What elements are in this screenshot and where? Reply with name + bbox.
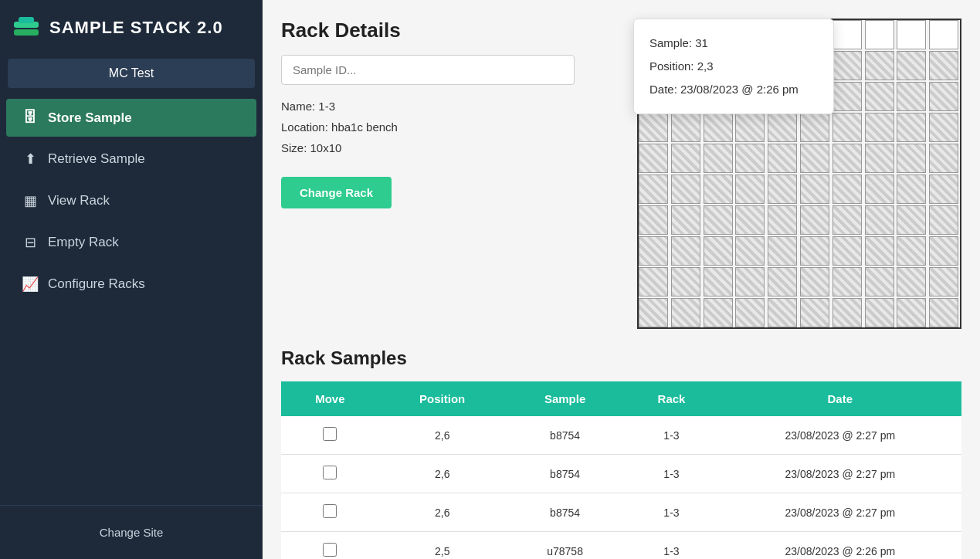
rack-cell[interactable]: [929, 174, 958, 204]
rack-cell[interactable]: [800, 205, 829, 235]
rack-cell[interactable]: [865, 205, 894, 235]
rack-cell[interactable]: [800, 174, 829, 204]
rack-cell[interactable]: [865, 82, 894, 111]
rack-cell[interactable]: [929, 113, 958, 142]
sidebar-item-retrieve-sample[interactable]: ⬆ Retrieve Sample: [6, 140, 256, 178]
sidebar-item-store-sample[interactable]: 🗄 Store Sample: [6, 99, 256, 137]
rack-cell[interactable]: [897, 174, 926, 204]
rack-cell[interactable]: [639, 113, 668, 142]
rack-cell[interactable]: [897, 20, 926, 49]
rack-cell[interactable]: [768, 267, 797, 296]
rack-cell[interactable]: [800, 236, 829, 266]
empty-rack-icon: ⊟: [22, 234, 39, 251]
rack-cell[interactable]: [897, 113, 926, 142]
rack-cell[interactable]: [671, 236, 700, 266]
rack-cell[interactable]: [929, 298, 958, 327]
rack-cell[interactable]: [671, 144, 700, 173]
rack-cell[interactable]: [704, 236, 733, 266]
rack-cell[interactable]: [929, 144, 958, 173]
rack-cell[interactable]: [832, 236, 862, 266]
rack-cell[interactable]: [865, 20, 894, 49]
rack-cell[interactable]: [897, 298, 926, 327]
rack-cell[interactable]: [768, 205, 797, 235]
rack-cell[interactable]: [929, 205, 958, 235]
rack-cell[interactable]: [704, 174, 733, 204]
rack-cell[interactable]: [735, 298, 765, 327]
rack-cell[interactable]: [639, 174, 668, 204]
rack-cell[interactable]: [865, 236, 894, 266]
rack-cell[interactable]: [897, 236, 926, 266]
rack-cell[interactable]: [639, 205, 668, 235]
rack-cell[interactable]: [671, 205, 700, 235]
sample-cell-0: b8754: [506, 416, 625, 455]
rack-cell[interactable]: [768, 144, 797, 173]
rack-cell[interactable]: [639, 267, 668, 296]
rack-cell[interactable]: [671, 174, 700, 204]
top-section: Rack Details Name: 1-3 Location: hba1c b…: [281, 19, 961, 329]
move-checkbox-0[interactable]: [323, 427, 337, 441]
rack-cell[interactable]: [704, 144, 733, 173]
sidebar-item-empty-rack[interactable]: ⊟ Empty Rack: [6, 223, 256, 262]
rack-cell[interactable]: [832, 20, 862, 49]
rack-cell[interactable]: [671, 298, 700, 327]
rack-cell[interactable]: [704, 267, 733, 296]
rack-cell[interactable]: [704, 205, 733, 235]
rack-cell[interactable]: [865, 113, 894, 142]
rack-cell[interactable]: [929, 236, 958, 266]
rack-cell[interactable]: [735, 174, 765, 204]
rack-cell[interactable]: [897, 144, 926, 173]
rack-cell[interactable]: [671, 267, 700, 296]
rack-cell[interactable]: [832, 82, 862, 111]
move-checkbox-3[interactable]: [323, 543, 337, 557]
rack-cell[interactable]: [735, 113, 765, 142]
rack-cell[interactable]: [800, 113, 829, 142]
sample-id-input[interactable]: [281, 55, 575, 85]
rack-cell[interactable]: [735, 205, 765, 235]
rack-cell[interactable]: [929, 20, 958, 49]
move-checkbox-1[interactable]: [323, 466, 337, 479]
rack-cell[interactable]: [832, 205, 862, 235]
rack-cell[interactable]: [897, 267, 926, 296]
rack-cell[interactable]: [929, 51, 958, 80]
rack-cell[interactable]: [929, 267, 958, 296]
rack-cell[interactable]: [897, 51, 926, 80]
rack-cell[interactable]: [832, 298, 862, 327]
sample-tooltip: Sample: 31 Position: 2,3 Date: 23/08/202…: [633, 19, 834, 114]
table-row: 2,6b87541-323/08/2023 @ 2:27 pm: [281, 493, 961, 532]
rack-cell[interactable]: [800, 267, 829, 296]
rack-cell[interactable]: [704, 298, 733, 327]
rack-cell[interactable]: [800, 144, 829, 173]
change-rack-button[interactable]: Change Rack: [281, 177, 392, 208]
rack-cell[interactable]: [865, 144, 894, 173]
move-cell-3: [281, 532, 379, 560]
rack-cell[interactable]: [865, 51, 894, 80]
rack-cell[interactable]: [865, 298, 894, 327]
rack-cell[interactable]: [865, 267, 894, 296]
rack-cell[interactable]: [897, 82, 926, 111]
rack-cell[interactable]: [865, 174, 894, 204]
rack-cell[interactable]: [897, 205, 926, 235]
rack-cell[interactable]: [768, 298, 797, 327]
rack-cell[interactable]: [768, 174, 797, 204]
rack-cell[interactable]: [929, 82, 958, 111]
move-checkbox-2[interactable]: [323, 504, 337, 518]
sidebar-item-view-rack[interactable]: ▦ View Rack: [6, 181, 256, 220]
rack-cell[interactable]: [832, 113, 862, 142]
change-site-button[interactable]: Change Site: [12, 518, 250, 547]
rack-cell[interactable]: [800, 298, 829, 327]
rack-cell[interactable]: [704, 113, 733, 142]
sidebar-item-configure-racks[interactable]: 📈 Configure Racks: [6, 265, 256, 303]
rack-cell[interactable]: [735, 236, 765, 266]
rack-cell[interactable]: [671, 113, 700, 142]
rack-cell[interactable]: [832, 174, 862, 204]
rack-cell[interactable]: [832, 144, 862, 173]
rack-cell[interactable]: [639, 298, 668, 327]
rack-cell[interactable]: [768, 113, 797, 142]
rack-cell[interactable]: [768, 236, 797, 266]
rack-cell[interactable]: [832, 267, 862, 296]
rack-cell[interactable]: [735, 267, 765, 296]
rack-cell[interactable]: [639, 144, 668, 173]
rack-cell[interactable]: [735, 144, 765, 173]
rack-cell[interactable]: [832, 51, 862, 80]
rack-cell[interactable]: [639, 236, 668, 266]
